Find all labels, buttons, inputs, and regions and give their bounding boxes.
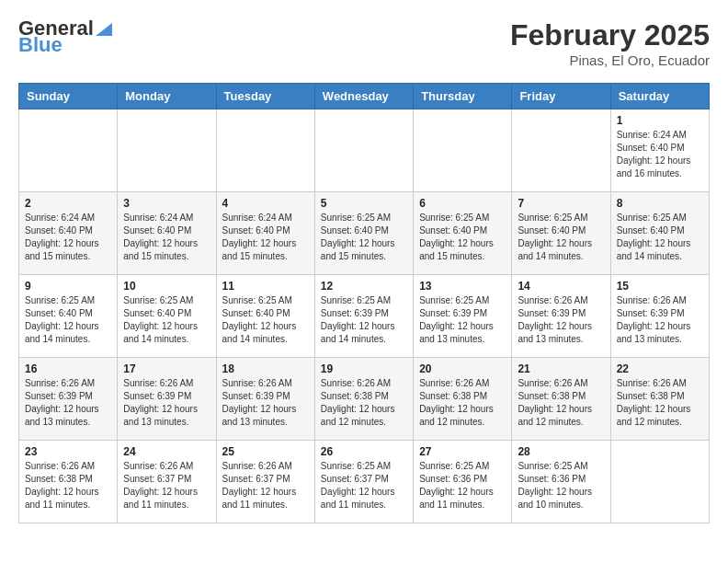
calendar-cell: 8Sunrise: 6:25 AM Sunset: 6:40 PM Daylig… [610,192,709,275]
calendar-cell: 4Sunrise: 6:24 AM Sunset: 6:40 PM Daylig… [216,192,314,275]
day-info: Sunrise: 6:26 AM Sunset: 6:37 PM Dayligh… [123,460,210,511]
day-info: Sunrise: 6:26 AM Sunset: 6:38 PM Dayligh… [419,377,506,429]
page-header: General Blue February 2025 Pinas, El Oro… [18,18,710,68]
calendar-cell: 1Sunrise: 6:24 AM Sunset: 6:40 PM Daylig… [610,109,709,192]
calendar-cell: 18Sunrise: 6:26 AM Sunset: 6:39 PM Dayli… [216,358,314,441]
day-number: 5 [321,197,407,210]
day-number: 23 [25,445,111,458]
day-info: Sunrise: 6:26 AM Sunset: 6:39 PM Dayligh… [617,294,703,346]
day-info: Sunrise: 6:26 AM Sunset: 6:38 PM Dayligh… [25,460,111,511]
col-saturday: Saturday [610,84,709,109]
calendar-cell: 10Sunrise: 6:25 AM Sunset: 6:40 PM Dayli… [118,275,216,358]
calendar-cell: 13Sunrise: 6:25 AM Sunset: 6:39 PM Dayli… [414,275,512,358]
day-info: Sunrise: 6:25 AM Sunset: 6:36 PM Dayligh… [419,460,506,511]
header-row: Sunday Monday Tuesday Wednesday Thursday… [19,84,710,109]
day-number: 14 [518,280,604,293]
day-number: 18 [222,362,309,375]
day-info: Sunrise: 6:25 AM Sunset: 6:40 PM Dayligh… [419,212,506,263]
col-friday: Friday [512,84,610,109]
calendar-cell: 2Sunrise: 6:24 AM Sunset: 6:40 PM Daylig… [19,192,118,275]
day-info: Sunrise: 6:26 AM Sunset: 6:38 PM Dayligh… [518,377,604,429]
day-number: 12 [321,280,407,293]
col-tuesday: Tuesday [216,84,314,109]
day-info: Sunrise: 6:26 AM Sunset: 6:37 PM Dayligh… [222,460,309,511]
calendar-cell: 22Sunrise: 6:26 AM Sunset: 6:38 PM Dayli… [610,358,709,441]
day-number: 1 [617,114,703,127]
day-number: 4 [222,197,309,210]
calendar-cell: 19Sunrise: 6:26 AM Sunset: 6:38 PM Dayli… [314,358,413,441]
day-number: 15 [617,280,703,293]
calendar-week-row: 9Sunrise: 6:25 AM Sunset: 6:40 PM Daylig… [19,275,710,358]
title-area: February 2025 Pinas, El Oro, Ecuador [510,18,710,68]
calendar-cell: 16Sunrise: 6:26 AM Sunset: 6:39 PM Dayli… [19,358,118,441]
calendar-week-row: 2Sunrise: 6:24 AM Sunset: 6:40 PM Daylig… [19,192,710,275]
calendar-cell: 12Sunrise: 6:25 AM Sunset: 6:39 PM Dayli… [314,275,413,358]
calendar-cell: 7Sunrise: 6:25 AM Sunset: 6:40 PM Daylig… [512,192,610,275]
location-subtitle: Pinas, El Oro, Ecuador [510,52,710,68]
day-number: 20 [419,362,506,375]
day-number: 6 [419,197,506,210]
calendar-week-row: 16Sunrise: 6:26 AM Sunset: 6:39 PM Dayli… [19,358,710,441]
col-sunday: Sunday [19,84,118,109]
logo-text-blue: Blue [18,35,63,55]
day-info: Sunrise: 6:24 AM Sunset: 6:40 PM Dayligh… [25,212,111,263]
calendar-cell: 26Sunrise: 6:25 AM Sunset: 6:37 PM Dayli… [314,441,413,523]
day-info: Sunrise: 6:26 AM Sunset: 6:39 PM Dayligh… [25,377,111,429]
day-info: Sunrise: 6:25 AM Sunset: 6:37 PM Dayligh… [321,460,407,511]
calendar-cell [314,109,413,192]
logo-icon [96,19,112,36]
calendar-header: Sunday Monday Tuesday Wednesday Thursday… [19,84,710,109]
calendar-cell [610,441,709,523]
calendar-cell: 28Sunrise: 6:25 AM Sunset: 6:36 PM Dayli… [512,441,610,523]
day-number: 22 [617,362,703,375]
svg-marker-0 [96,23,112,36]
day-info: Sunrise: 6:26 AM Sunset: 6:39 PM Dayligh… [518,294,604,346]
day-info: Sunrise: 6:25 AM Sunset: 6:40 PM Dayligh… [222,294,309,346]
calendar-cell: 20Sunrise: 6:26 AM Sunset: 6:38 PM Dayli… [414,358,512,441]
calendar-cell: 14Sunrise: 6:26 AM Sunset: 6:39 PM Dayli… [512,275,610,358]
day-number: 16 [25,362,111,375]
calendar-table: Sunday Monday Tuesday Wednesday Thursday… [18,83,710,523]
day-number: 2 [25,197,111,210]
day-info: Sunrise: 6:25 AM Sunset: 6:39 PM Dayligh… [321,294,407,346]
day-number: 11 [222,280,309,293]
calendar-cell: 23Sunrise: 6:26 AM Sunset: 6:38 PM Dayli… [19,441,118,523]
day-info: Sunrise: 6:26 AM Sunset: 6:39 PM Dayligh… [222,377,309,429]
calendar-cell: 6Sunrise: 6:25 AM Sunset: 6:40 PM Daylig… [414,192,512,275]
day-number: 24 [123,445,210,458]
day-number: 27 [419,445,506,458]
day-number: 19 [321,362,407,375]
calendar-cell: 11Sunrise: 6:25 AM Sunset: 6:40 PM Dayli… [216,275,314,358]
day-info: Sunrise: 6:24 AM Sunset: 6:40 PM Dayligh… [123,212,210,263]
day-info: Sunrise: 6:26 AM Sunset: 6:38 PM Dayligh… [321,377,407,429]
day-number: 25 [222,445,309,458]
calendar-cell: 5Sunrise: 6:25 AM Sunset: 6:40 PM Daylig… [314,192,413,275]
calendar-cell: 27Sunrise: 6:25 AM Sunset: 6:36 PM Dayli… [414,441,512,523]
col-thursday: Thursday [414,84,512,109]
calendar-cell: 24Sunrise: 6:26 AM Sunset: 6:37 PM Dayli… [118,441,216,523]
day-number: 21 [518,362,604,375]
calendar-week-row: 23Sunrise: 6:26 AM Sunset: 6:38 PM Dayli… [19,441,710,523]
month-title: February 2025 [510,18,710,52]
day-info: Sunrise: 6:25 AM Sunset: 6:36 PM Dayligh… [518,460,604,511]
day-info: Sunrise: 6:25 AM Sunset: 6:40 PM Dayligh… [518,212,604,263]
day-number: 3 [123,197,210,210]
day-info: Sunrise: 6:25 AM Sunset: 6:40 PM Dayligh… [617,212,703,263]
day-info: Sunrise: 6:24 AM Sunset: 6:40 PM Dayligh… [222,212,309,263]
calendar-cell: 15Sunrise: 6:26 AM Sunset: 6:39 PM Dayli… [610,275,709,358]
day-info: Sunrise: 6:25 AM Sunset: 6:40 PM Dayligh… [25,294,111,346]
calendar-cell: 21Sunrise: 6:26 AM Sunset: 6:38 PM Dayli… [512,358,610,441]
calendar-body: 1Sunrise: 6:24 AM Sunset: 6:40 PM Daylig… [19,109,710,523]
day-info: Sunrise: 6:25 AM Sunset: 6:39 PM Dayligh… [419,294,506,346]
day-info: Sunrise: 6:25 AM Sunset: 6:40 PM Dayligh… [123,294,210,346]
day-number: 13 [419,280,506,293]
calendar-cell: 17Sunrise: 6:26 AM Sunset: 6:39 PM Dayli… [118,358,216,441]
day-info: Sunrise: 6:26 AM Sunset: 6:39 PM Dayligh… [123,377,210,429]
calendar-cell [414,109,512,192]
calendar-cell: 25Sunrise: 6:26 AM Sunset: 6:37 PM Dayli… [216,441,314,523]
day-info: Sunrise: 6:24 AM Sunset: 6:40 PM Dayligh… [617,129,703,180]
day-number: 26 [321,445,407,458]
day-number: 28 [518,445,604,458]
calendar-cell [19,109,118,192]
calendar-cell [512,109,610,192]
